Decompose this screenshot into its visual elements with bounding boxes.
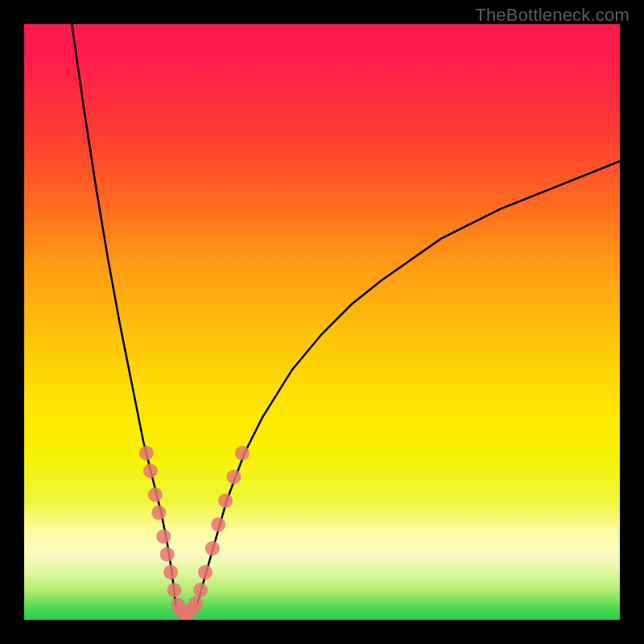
data-point <box>226 469 241 484</box>
watermark-text: TheBottleneck.com <box>475 5 630 26</box>
data-point <box>211 518 225 532</box>
chart-svg <box>24 24 620 620</box>
data-point <box>143 464 158 478</box>
plot-area <box>24 24 620 620</box>
data-point <box>163 565 178 580</box>
data-point <box>160 547 175 562</box>
data-point <box>156 529 171 543</box>
data-point <box>148 488 163 502</box>
data-point <box>193 583 208 597</box>
data-point <box>205 541 220 555</box>
data-point <box>167 583 181 597</box>
curve-markers <box>139 446 250 620</box>
data-point <box>188 596 203 610</box>
curve-lines <box>72 24 620 614</box>
data-point <box>235 446 250 460</box>
data-point <box>198 565 213 580</box>
data-point <box>151 506 166 520</box>
data-point <box>218 493 233 508</box>
bottleneck-curve <box>72 24 620 614</box>
chart-container: TheBottleneck.com <box>0 0 644 644</box>
data-point <box>139 446 154 460</box>
